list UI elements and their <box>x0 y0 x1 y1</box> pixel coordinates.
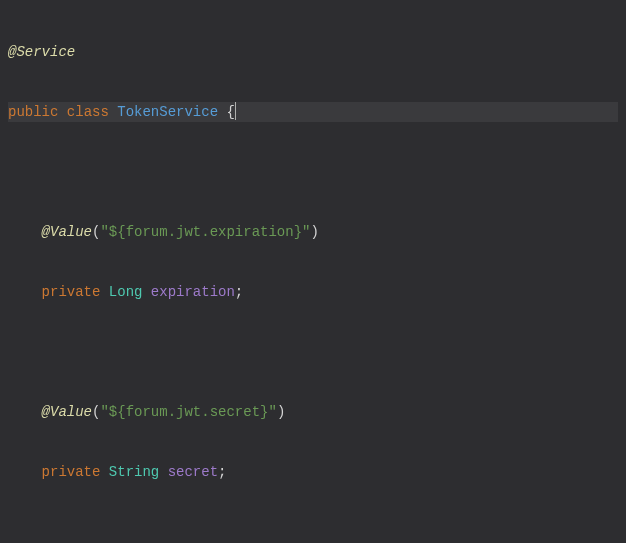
paren: ) <box>310 222 318 242</box>
field: secret <box>168 462 218 482</box>
code-line: @Value("${forum.jwt.secret}") <box>8 402 618 422</box>
brace: { <box>226 102 234 122</box>
annotation: @Service <box>8 42 75 62</box>
string: "${forum.jwt.expiration}" <box>100 222 310 242</box>
code-line: @Service <box>8 42 618 62</box>
string: "${forum.jwt.secret}" <box>100 402 276 422</box>
annotation: @Value <box>42 402 92 422</box>
field: expiration <box>151 282 235 302</box>
type: String <box>109 462 159 482</box>
keyword: class <box>67 102 109 122</box>
paren: ) <box>277 402 285 422</box>
code-line: private String secret; <box>8 462 618 482</box>
annotation: @Value <box>42 222 92 242</box>
keyword: private <box>42 282 101 302</box>
type: Long <box>109 282 143 302</box>
class-name: TokenService <box>117 102 218 122</box>
code-line <box>8 522 618 542</box>
text-cursor <box>235 102 236 120</box>
code-line: public class TokenService { <box>8 102 618 122</box>
punct: ; <box>218 462 226 482</box>
code-line: @Value("${forum.jwt.expiration}") <box>8 222 618 242</box>
paren: ( <box>92 222 100 242</box>
code-line: private Long expiration; <box>8 282 618 302</box>
paren: ( <box>92 402 100 422</box>
keyword: private <box>42 462 101 482</box>
code-editor[interactable]: @Service public class TokenService { @Va… <box>0 0 626 543</box>
code-line <box>8 342 618 362</box>
punct: ; <box>235 282 243 302</box>
code-line <box>8 162 618 182</box>
keyword: public <box>8 102 58 122</box>
